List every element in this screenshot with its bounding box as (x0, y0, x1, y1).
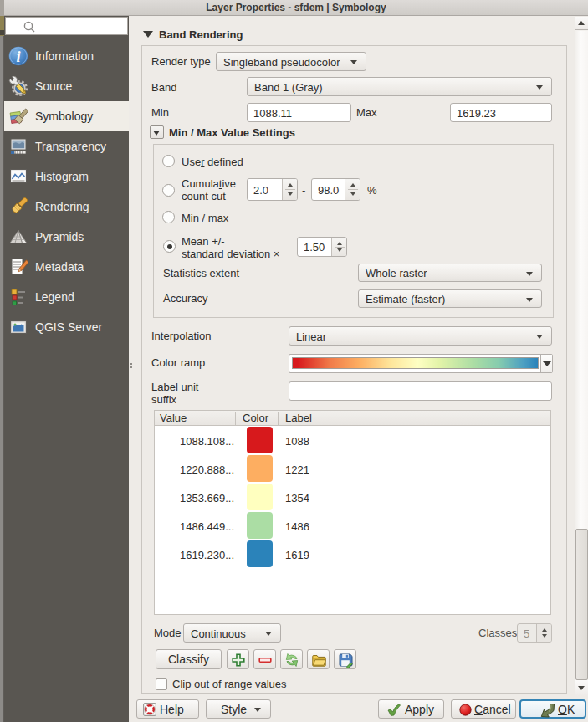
svg-text:i: i (16, 49, 20, 65)
